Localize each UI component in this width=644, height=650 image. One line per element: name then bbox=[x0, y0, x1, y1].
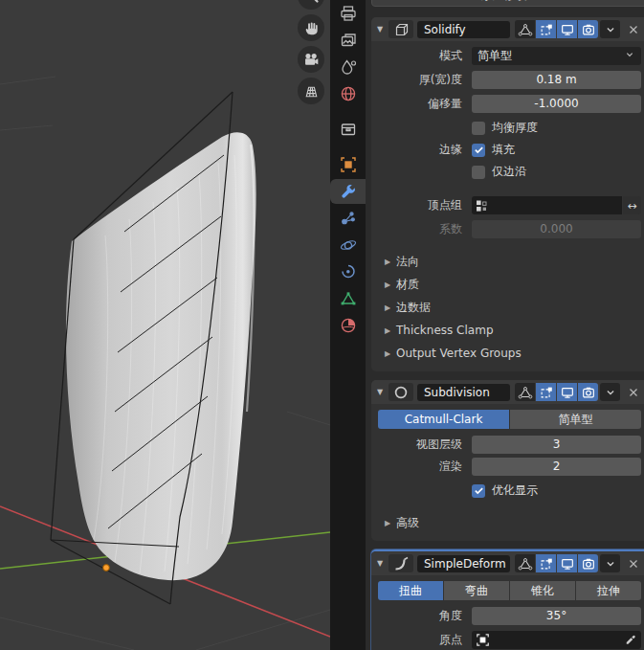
on-cage-toggle[interactable] bbox=[515, 554, 535, 572]
optimal-display-label: 优化显示 bbox=[492, 482, 538, 499]
section-thickness-clamp[interactable]: ▶ Thickness Clamp bbox=[371, 319, 644, 342]
edit-mode-toggle[interactable] bbox=[536, 383, 556, 401]
constraints-icon bbox=[339, 262, 358, 281]
render-camera-icon bbox=[581, 556, 596, 572]
chevron-down-icon bbox=[604, 23, 617, 36]
bend-mode-button[interactable]: 弯曲 bbox=[444, 581, 509, 600]
tab-object-data-properties[interactable] bbox=[333, 286, 364, 311]
even-thickness-label: 均衡厚度 bbox=[492, 120, 538, 136]
only-rim-checkbox[interactable] bbox=[472, 166, 485, 179]
expand-triangle-icon[interactable]: ▼ bbox=[375, 388, 385, 396]
angle-slider[interactable]: 35° bbox=[472, 607, 641, 625]
magnifier-icon bbox=[301, 0, 321, 6]
mode-label: 模式 bbox=[378, 48, 472, 64]
subdivision-header[interactable]: ▼ Subdivision bbox=[371, 380, 644, 404]
solidify-header[interactable]: ▼ Solidify bbox=[371, 17, 644, 41]
tab-particle-properties[interactable] bbox=[333, 206, 364, 231]
section-materials[interactable]: ▶ 材质 bbox=[371, 273, 644, 296]
even-thickness-checkbox[interactable] bbox=[472, 122, 485, 135]
solidify-header-toggles bbox=[514, 20, 643, 38]
render-levels-slider[interactable]: 2 bbox=[472, 458, 641, 476]
tab-scene-properties[interactable] bbox=[333, 55, 364, 79]
add-modifier-button[interactable]: 添加修改器 bbox=[371, 0, 644, 7]
printer-icon bbox=[339, 4, 358, 23]
factor-label: 系数 bbox=[378, 221, 472, 237]
orthographic-grid-gizmo[interactable] bbox=[298, 78, 324, 104]
tab-object-properties[interactable] bbox=[333, 152, 364, 177]
simpledeform-modifier-icon-button[interactable] bbox=[389, 554, 413, 572]
edit-mode-icon bbox=[539, 22, 554, 37]
extras-dropdown-button[interactable] bbox=[600, 20, 620, 38]
tab-constraint-properties[interactable] bbox=[333, 259, 364, 284]
view-layer-icon bbox=[339, 31, 358, 50]
section-advanced[interactable]: ▶ 高级 bbox=[371, 511, 644, 534]
delete-modifier-button[interactable] bbox=[623, 383, 643, 401]
solidify-mode-row: 模式 简单型 bbox=[378, 47, 641, 65]
tab-collection-properties[interactable] bbox=[333, 117, 364, 142]
tab-view-layer-properties[interactable] bbox=[333, 28, 364, 53]
solidify-icon bbox=[392, 21, 410, 38]
factor-slider[interactable]: 0.000 bbox=[472, 220, 641, 238]
levels-viewport-slider[interactable]: 3 bbox=[472, 436, 641, 454]
tab-output-properties[interactable] bbox=[333, 1, 364, 26]
offset-slider[interactable]: -1.0000 bbox=[472, 95, 641, 113]
on-cage-toggle[interactable] bbox=[515, 383, 535, 401]
pan-gizmo[interactable] bbox=[298, 14, 324, 41]
show-viewport-toggle[interactable] bbox=[557, 383, 577, 401]
show-viewport-toggle[interactable] bbox=[557, 20, 577, 38]
fill-checkbox[interactable] bbox=[472, 144, 485, 157]
tab-world-properties[interactable] bbox=[333, 81, 364, 106]
origin-object-field[interactable] bbox=[472, 631, 641, 649]
solidify-modifier-panel: ▼ Solidify bbox=[371, 17, 644, 371]
taper-mode-button[interactable]: 锥化 bbox=[510, 581, 575, 600]
mesh-data-icon bbox=[339, 289, 358, 308]
catmull-clark-button[interactable]: Catmull-Clark bbox=[378, 410, 509, 429]
edit-mode-toggle[interactable] bbox=[536, 20, 556, 38]
delete-modifier-button[interactable] bbox=[623, 554, 643, 572]
tab-material-properties[interactable] bbox=[333, 313, 364, 338]
extras-dropdown-button[interactable] bbox=[600, 554, 620, 572]
tab-physics-properties[interactable] bbox=[333, 233, 364, 258]
extras-dropdown-button[interactable] bbox=[600, 383, 620, 401]
show-render-toggle[interactable] bbox=[578, 20, 598, 38]
section-edge-data[interactable]: ▶ 边数据 bbox=[371, 296, 644, 319]
on-cage-icon bbox=[518, 22, 533, 37]
section-edge-data-label: 边数据 bbox=[396, 300, 431, 316]
twist-mode-button[interactable]: 扭曲 bbox=[378, 581, 443, 600]
expand-triangle-icon[interactable]: ▼ bbox=[375, 559, 385, 568]
render-levels-label: 渲染 bbox=[378, 459, 472, 475]
show-viewport-toggle[interactable] bbox=[557, 554, 577, 572]
tab-modifier-properties[interactable] bbox=[330, 179, 366, 204]
simple-type-button[interactable]: 简单型 bbox=[510, 410, 641, 429]
optimal-display-checkbox[interactable] bbox=[472, 484, 485, 498]
delete-modifier-button[interactable] bbox=[623, 20, 643, 38]
solidify-modifier-icon-button[interactable] bbox=[389, 20, 413, 38]
eyedropper-icon[interactable] bbox=[624, 632, 637, 648]
mode-dropdown[interactable]: 简单型 bbox=[472, 47, 641, 65]
stretch-mode-button[interactable]: 拉伸 bbox=[576, 581, 641, 600]
on-cage-toggle[interactable] bbox=[515, 20, 535, 38]
subdivision-modifier-icon-button[interactable] bbox=[389, 383, 413, 401]
vertex-group-field[interactable] bbox=[472, 196, 622, 214]
simpledeform-header[interactable]: ▼ SimpleDeform bbox=[371, 551, 644, 575]
expand-triangle-icon[interactable]: ▼ bbox=[375, 25, 385, 34]
zoom-gizmo[interactable] bbox=[298, 0, 324, 10]
show-render-toggle[interactable] bbox=[578, 554, 598, 572]
camera-view-gizmo[interactable] bbox=[298, 46, 324, 73]
edit-mode-toggle[interactable] bbox=[536, 554, 556, 572]
3d-viewport[interactable] bbox=[0, 0, 330, 650]
blender-window: 添加修改器 ▼ Solidify bbox=[0, 0, 644, 650]
collapsed-triangle-icon: ▶ bbox=[385, 280, 396, 289]
simpledeform-name-field[interactable]: SimpleDeform bbox=[417, 555, 510, 572]
vertex-group-invert-button[interactable]: ↔ bbox=[623, 196, 641, 214]
show-render-toggle[interactable] bbox=[578, 383, 598, 401]
subdivision-type-buttons: Catmull-Clark 简单型 bbox=[378, 410, 641, 429]
thickness-slider[interactable]: 0.18 m bbox=[472, 71, 641, 89]
section-normals[interactable]: ▶ 法向 bbox=[371, 250, 644, 273]
subdivision-header-toggles bbox=[514, 383, 643, 401]
section-output-vertex-groups[interactable]: ▶ Output Vertex Groups bbox=[371, 342, 644, 365]
subdivision-name-field[interactable]: Subdivision bbox=[417, 384, 510, 401]
simpledeform-icon bbox=[392, 555, 410, 572]
solidify-name-field[interactable]: Solidify bbox=[417, 21, 510, 38]
properties-editor: 添加修改器 ▼ Solidify bbox=[330, 0, 644, 650]
